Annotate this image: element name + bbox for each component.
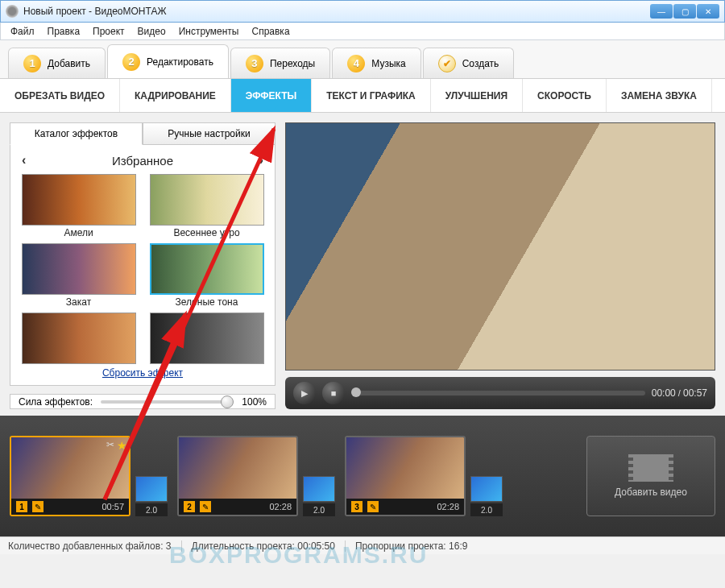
subtab-replace-audio[interactable]: ЗАМЕНА ЗВУКА bbox=[607, 79, 712, 112]
effect-thumbnail bbox=[150, 174, 264, 226]
wizard-step-label: Музыка bbox=[371, 58, 405, 69]
effect-item[interactable] bbox=[145, 313, 268, 364]
tab-manual-settings[interactable]: Ручные настройки bbox=[143, 122, 276, 145]
transition-duration: 2.0 bbox=[470, 503, 503, 516]
tab-effect-catalog[interactable]: Каталог эффектов bbox=[10, 122, 143, 145]
subtab-enhance[interactable]: УЛУЧШЕНИЯ bbox=[431, 79, 523, 112]
seek-knob-icon[interactable] bbox=[351, 387, 361, 397]
effect-label: Амели bbox=[64, 227, 93, 238]
menu-tools[interactable]: Инструменты bbox=[172, 24, 246, 39]
pencil-icon[interactable]: ✎ bbox=[200, 501, 211, 512]
clip-thumbnail bbox=[346, 437, 464, 499]
effect-label: Весеннее утро bbox=[173, 227, 239, 238]
step-number-icon: 1 bbox=[23, 55, 41, 72]
timeline[interactable]: ✂ ★ 1✎00:57 2.0 2✎02:28 2.0 3✎02:28 2.0 … bbox=[0, 416, 725, 536]
subtab-trim[interactable]: ОБРЕЗАТЬ ВИДЕО bbox=[0, 79, 120, 112]
status-aspect-label: Пропорции проекта: bbox=[355, 540, 446, 552]
clip-number: 1 bbox=[16, 501, 27, 512]
step-number-icon: 2 bbox=[122, 53, 140, 71]
effect-thumbnail bbox=[150, 313, 264, 364]
player-controls: ▶ ■ 00:00 / 00:57 bbox=[285, 377, 715, 409]
check-icon: ✔ bbox=[438, 55, 456, 72]
timeline-clip[interactable]: 3✎02:28 bbox=[345, 436, 466, 516]
menu-help[interactable]: Справка bbox=[245, 24, 296, 39]
transition-thumbnail bbox=[470, 476, 503, 502]
status-aspect-value: 16:9 bbox=[449, 540, 467, 552]
effect-category-title: Избранное bbox=[112, 154, 173, 168]
wizard-step-add[interactable]: 1Добавить bbox=[8, 48, 106, 78]
effect-item[interactable]: Амели bbox=[17, 174, 140, 238]
close-button[interactable]: ✕ bbox=[697, 4, 719, 19]
effect-item[interactable]: Весеннее утро bbox=[145, 174, 268, 238]
wizard-step-label: Добавить bbox=[48, 58, 90, 69]
effects-panel: Каталог эффектов Ручные настройки ‹ Избр… bbox=[10, 122, 276, 409]
subtab-crop[interactable]: КАДРИРОВАНИЕ bbox=[120, 79, 231, 112]
clip-duration: 00:57 bbox=[48, 502, 124, 511]
wizard-step-label: Переходы bbox=[270, 58, 315, 69]
menubar: Файл Правка Проект Видео Инструменты Спр… bbox=[0, 23, 725, 40]
effect-thumbnail bbox=[150, 243, 264, 295]
transition-slot[interactable]: 2.0 bbox=[303, 476, 335, 516]
effect-thumbnail bbox=[22, 174, 136, 226]
timeline-clip[interactable]: 2✎02:28 bbox=[177, 436, 298, 516]
effect-item[interactable] bbox=[17, 313, 140, 364]
transition-thumbnail bbox=[303, 476, 335, 502]
strength-slider[interactable] bbox=[101, 400, 234, 404]
play-button[interactable]: ▶ bbox=[293, 382, 316, 404]
step-number-icon: 4 bbox=[347, 55, 365, 72]
subtab-speed[interactable]: СКОРОСТЬ bbox=[523, 79, 607, 112]
transition-slot[interactable]: 2.0 bbox=[470, 476, 503, 516]
pencil-icon[interactable]: ✎ bbox=[32, 501, 44, 512]
prev-category-button[interactable]: ‹ bbox=[22, 153, 26, 168]
transition-thumbnail bbox=[135, 476, 168, 502]
subtab-effects[interactable]: ЭФФЕКТЫ bbox=[231, 79, 312, 112]
add-video-button[interactable]: Добавить видео bbox=[586, 436, 715, 516]
preview-frame bbox=[286, 123, 715, 370]
wizard-step-transitions[interactable]: 3Переходы bbox=[230, 48, 330, 78]
effect-item[interactable]: Зеленые тона bbox=[145, 243, 268, 308]
status-duration-value: 00:05:50 bbox=[297, 540, 335, 552]
window-title: Новый проект - ВидеоМОНТАЖ bbox=[23, 6, 650, 17]
transition-duration: 2.0 bbox=[303, 503, 335, 516]
slider-knob-icon[interactable] bbox=[221, 395, 234, 408]
add-video-label: Добавить видео bbox=[615, 487, 687, 498]
menu-video[interactable]: Видео bbox=[131, 24, 172, 39]
strength-value: 100% bbox=[242, 396, 267, 408]
clip-number: 2 bbox=[184, 501, 195, 512]
wizard-step-edit[interactable]: 2Редактировать bbox=[107, 44, 229, 78]
menu-project[interactable]: Проект bbox=[86, 24, 131, 39]
effect-thumbnail bbox=[22, 313, 136, 364]
step-number-icon: 3 bbox=[246, 55, 263, 72]
status-files-count: 3 bbox=[166, 540, 172, 552]
stop-button[interactable]: ■ bbox=[322, 382, 345, 404]
app-icon bbox=[6, 5, 19, 18]
maximize-button[interactable]: ▢ bbox=[673, 4, 696, 19]
status-files-label: Количество добавленных файлов: bbox=[8, 540, 163, 552]
scissors-icon[interactable]: ✂ bbox=[106, 439, 114, 450]
menu-file[interactable]: Файл bbox=[4, 24, 41, 39]
effect-thumbnail bbox=[22, 243, 136, 295]
next-category-button[interactable]: › bbox=[259, 153, 263, 168]
effect-label: Закат bbox=[66, 296, 91, 308]
wizard-step-create[interactable]: ✔Создать bbox=[423, 48, 515, 78]
effects-grid: Амели Весеннее утро Закат Зеленые тона bbox=[17, 174, 268, 364]
pencil-icon[interactable]: ✎ bbox=[367, 501, 379, 512]
effect-item[interactable]: Закат bbox=[17, 243, 140, 308]
seek-slider[interactable] bbox=[351, 391, 645, 395]
video-preview[interactable] bbox=[285, 122, 715, 371]
star-icon: ★ bbox=[117, 439, 127, 452]
strength-label: Сила эффектов: bbox=[19, 396, 93, 408]
titlebar: Новый проект - ВидеоМОНТАЖ — ▢ ✕ bbox=[0, 0, 725, 23]
subtab-text-graphics[interactable]: ТЕКСТ И ГРАФИКА bbox=[312, 79, 430, 112]
reset-effect-link[interactable]: Сбросить эффект bbox=[17, 367, 268, 379]
status-duration-label: Длительность проекта: bbox=[192, 540, 295, 552]
wizard-step-label: Редактировать bbox=[147, 56, 213, 68]
clip-number: 3 bbox=[351, 501, 362, 512]
timeline-clip[interactable]: ✂ ★ 1✎00:57 bbox=[10, 436, 130, 516]
minimize-button[interactable]: — bbox=[650, 4, 673, 19]
clip-thumbnail bbox=[179, 437, 296, 499]
wizard-step-music[interactable]: 4Музыка bbox=[332, 48, 420, 78]
menu-edit[interactable]: Правка bbox=[41, 24, 87, 39]
transition-slot[interactable]: 2.0 bbox=[135, 476, 168, 516]
effect-strength-row: Сила эффектов: 100% bbox=[10, 394, 276, 409]
